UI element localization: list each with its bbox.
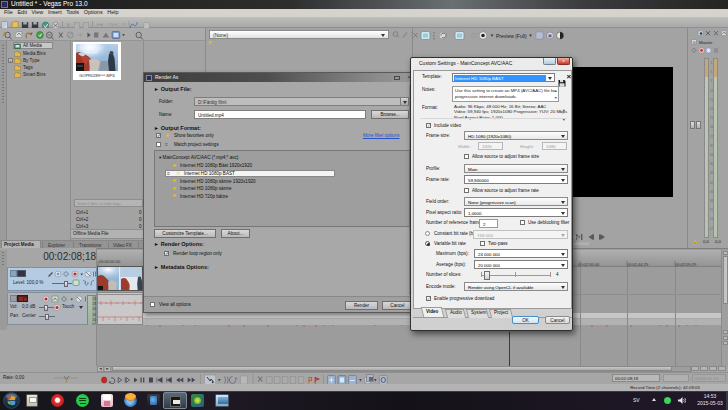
svg-text:Preview (Full): Preview (Full) — [496, 33, 527, 39]
